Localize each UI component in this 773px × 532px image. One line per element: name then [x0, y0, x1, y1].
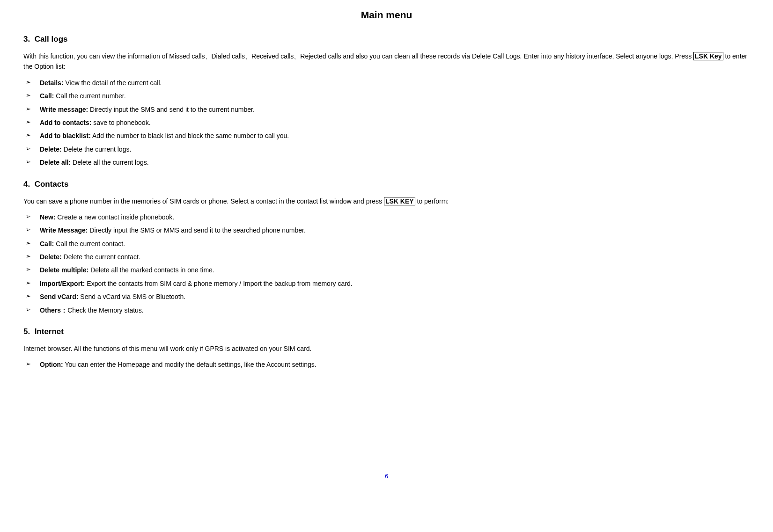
list-item: Import/Export: Export the contacts from … [23, 278, 750, 289]
list-item: Details: View the detail of the current … [23, 78, 750, 88]
section-intro-contacts: You can save a phone number in the memor… [23, 196, 750, 206]
list-item: Call: Call the current contact. [23, 239, 750, 249]
bullet-desc: Call the current contact. [54, 240, 125, 248]
list-item: Add to contacts: save to phonebook. [23, 117, 750, 128]
list-contacts: New: Create a new contact inside phonebo… [23, 212, 750, 315]
bullet-desc: You can enter the Homepage and modify th… [63, 361, 317, 368]
section-number-internet: 5. [23, 327, 30, 336]
bullet-term: Option: [40, 361, 63, 368]
list-item: Delete multiple: Delete all the marked c… [23, 265, 750, 275]
list-item: Call: Call the current number. [23, 91, 750, 101]
list-item: New: Create a new contact inside phonebo… [23, 212, 750, 222]
bullet-desc: Directly input the SMS or MMS and send i… [88, 226, 305, 234]
bullet-desc: Send a vCard via SMS or Bluetooth. [78, 293, 185, 300]
bullet-term: Import/Export: [40, 280, 85, 287]
bullet-desc: Delete the current logs. [62, 146, 132, 153]
bullet-term: Delete multiple: [40, 266, 88, 274]
list-item: Add to blacklist: Add the number to blac… [23, 131, 750, 141]
page-title: Main menu [23, 9, 750, 21]
bullet-term: Add to contacts: [40, 119, 91, 126]
section-intro-call-logs: With this function, you can view the inf… [23, 51, 750, 72]
bullet-desc: Directly input the SMS and send it to th… [88, 106, 255, 113]
section-title-contacts: Contacts [35, 180, 69, 189]
bullet-desc: Create a new contact inside phonebook. [55, 213, 174, 221]
list-call-logs: Details: View the detail of the current … [23, 78, 750, 168]
list-item: Delete: Delete the current contact. [23, 252, 750, 262]
list-item: Send vCard: Send a vCard via SMS or Blue… [23, 292, 750, 302]
bullet-term: Send vCard: [40, 293, 78, 300]
section-heading-call-logs: 3. Call logs [23, 35, 750, 44]
bullet-desc: Export the contacts from SIM card & phon… [85, 280, 352, 287]
list-internet: Option: You can enter the Homepage and m… [23, 359, 750, 370]
bullet-term: Add to blacklist: [40, 132, 91, 139]
list-item: Others：Check the Memory status. [23, 305, 750, 315]
page-number: 6 [23, 473, 750, 480]
list-item: Write Message: Directly input the SMS or… [23, 225, 750, 235]
bullet-term: Delete all: [40, 159, 71, 166]
list-item: Option: You can enter the Homepage and m… [23, 359, 750, 370]
section-heading-contacts: 4. Contacts [23, 180, 750, 189]
bullet-desc: Check the Memory status. [67, 306, 144, 314]
section-heading-internet: 5. Internet [23, 327, 750, 336]
lsk-key-box-1: LSK Key [693, 52, 723, 60]
intro-text-contacts-1: You can save a phone number in the memor… [23, 197, 384, 205]
section-number-contacts: 4. [23, 180, 30, 189]
bullet-term: Write Message: [40, 226, 88, 234]
bullet-desc: Add the number to black list and block t… [91, 132, 289, 139]
list-item: Delete all: Delete all the current logs. [23, 157, 750, 168]
bullet-desc: save to phonebook. [91, 119, 150, 126]
bullet-desc: Delete the current contact. [62, 253, 140, 261]
bullet-term: Delete: [40, 146, 62, 153]
bullet-term: New: [40, 213, 55, 221]
bullet-desc: Call the current number. [54, 92, 125, 100]
intro-text-contacts-2: to perform: [415, 197, 449, 205]
bullet-term: Call: [40, 240, 54, 248]
bullet-desc: Delete all the current logs. [71, 159, 149, 166]
section-title-call-logs: Call logs [35, 35, 68, 44]
section-number-call-logs: 3. [23, 35, 30, 44]
lsk-key-box-2: LSK KEY [384, 197, 415, 205]
list-item: Delete: Delete the current logs. [23, 144, 750, 154]
bullet-term: Delete: [40, 253, 62, 261]
bullet-term: Details: [40, 79, 64, 87]
bullet-term: Others： [40, 306, 67, 314]
bullet-desc: View the detail of the current call. [64, 79, 162, 87]
list-item: Write message: Directly input the SMS an… [23, 104, 750, 115]
bullet-desc: Delete all the marked contacts in one ti… [88, 266, 214, 274]
bullet-term: Call: [40, 92, 54, 100]
bullet-term: Write message: [40, 106, 88, 113]
intro-text-call-logs-1: With this function, you can view the inf… [23, 52, 693, 60]
section-intro-internet: Internet browser. All the functions of t… [23, 343, 750, 354]
section-title-internet: Internet [35, 327, 64, 336]
